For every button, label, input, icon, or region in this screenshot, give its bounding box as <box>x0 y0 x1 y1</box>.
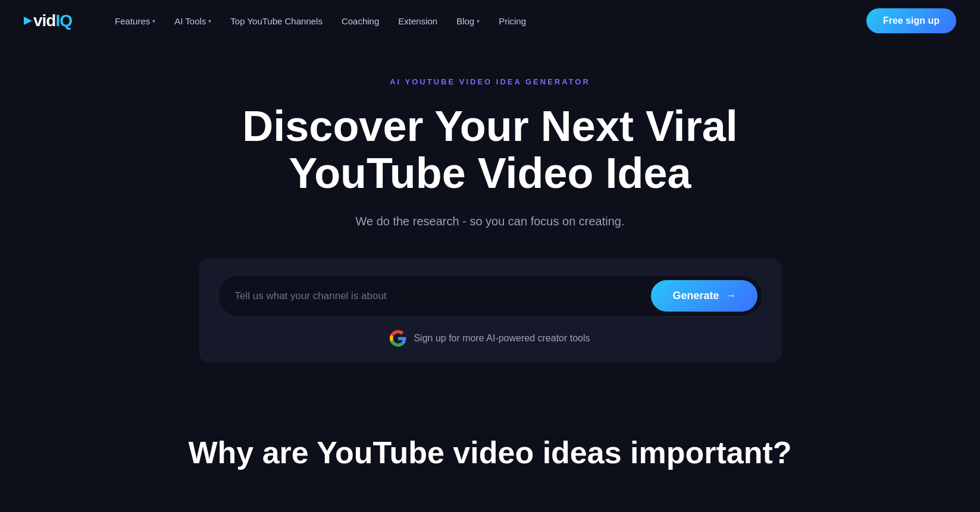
google-icon <box>390 330 406 347</box>
search-container: Generate → Sign up for more AI-powered c… <box>199 258 782 363</box>
nav-features[interactable]: Features ▾ <box>108 11 162 31</box>
nav-extension[interactable]: Extension <box>391 11 444 31</box>
search-row: Generate → <box>218 275 763 317</box>
hero-title: Discover Your Next Viral YouTube Video I… <box>223 103 758 197</box>
channel-search-input[interactable] <box>235 290 652 302</box>
logo[interactable]: vidIQ <box>24 11 72 30</box>
logo-text: vidIQ <box>24 11 72 30</box>
nav-ai-tools[interactable]: AI Tools ▾ <box>167 11 218 31</box>
hero-badge: AI YOUTUBE VIDEO IDEA GENERATOR <box>390 77 590 86</box>
nav-blog[interactable]: Blog ▾ <box>449 11 487 31</box>
nav-top-youtube-channels[interactable]: Top YouTube Channels <box>223 11 330 31</box>
bottom-section: Why are YouTube video ideas important? <box>0 411 980 470</box>
logo-play-icon <box>24 17 32 25</box>
navbar: vidIQ Features ▾ AI Tools ▾ Top YouTube … <box>0 0 980 42</box>
hero-section: AI YOUTUBE VIDEO IDEA GENERATOR Discover… <box>0 42 980 411</box>
chevron-down-icon: ▾ <box>477 18 480 24</box>
nav-links: Features ▾ AI Tools ▾ Top YouTube Channe… <box>108 11 866 31</box>
svg-marker-0 <box>24 17 32 25</box>
hero-subtitle: We do the research - so you can focus on… <box>355 215 624 228</box>
nav-coaching[interactable]: Coaching <box>334 11 386 31</box>
google-signup-row[interactable]: Sign up for more AI-powered creator tool… <box>218 330 763 347</box>
chevron-down-icon: ▾ <box>208 18 211 24</box>
google-signup-text: Sign up for more AI-powered creator tool… <box>414 333 590 344</box>
arrow-right-icon: → <box>725 290 736 302</box>
chevron-down-icon: ▾ <box>152 18 155 24</box>
free-signup-button[interactable]: Free sign up <box>866 8 956 33</box>
nav-pricing[interactable]: Pricing <box>491 11 533 31</box>
bottom-title: Why are YouTube video ideas important? <box>188 435 791 470</box>
generate-button[interactable]: Generate → <box>651 280 757 312</box>
